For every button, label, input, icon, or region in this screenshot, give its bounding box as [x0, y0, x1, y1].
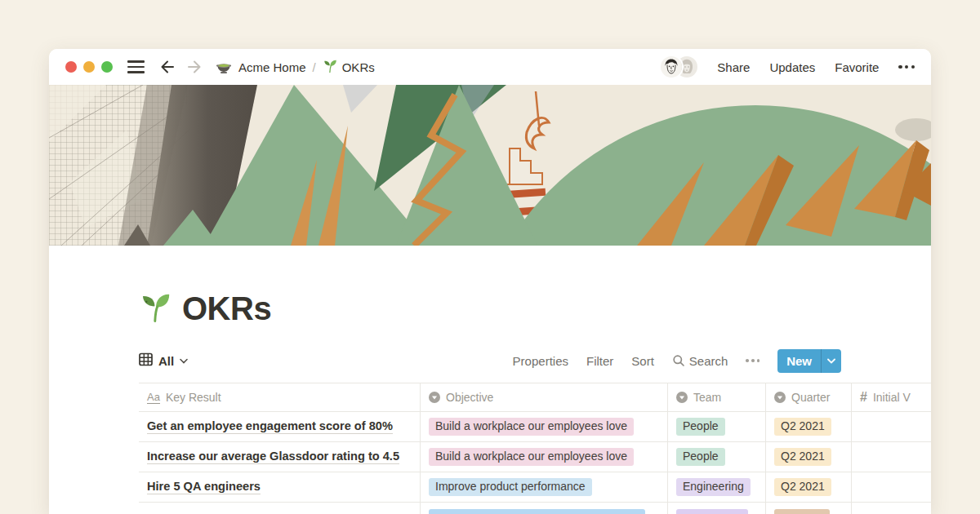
- table-row[interactable]: [139, 503, 931, 514]
- initial-value-cell[interactable]: [852, 503, 931, 514]
- page-title: OKRs: [182, 290, 271, 327]
- back-icon[interactable]: [158, 57, 177, 77]
- favorite-button[interactable]: Favorite: [835, 60, 879, 74]
- new-button[interactable]: New: [777, 349, 841, 373]
- database-toolbar: All Properties Filter Sort Search New: [139, 348, 841, 374]
- column-header-quarter[interactable]: Quarter: [766, 383, 852, 411]
- quarter-tag: Q2 2021: [774, 418, 831, 436]
- column-header-team[interactable]: Team: [668, 383, 766, 411]
- cover-illustration[interactable]: [49, 85, 931, 246]
- objective-cell[interactable]: Build a workplace our employees love: [421, 442, 668, 472]
- view-name: All: [158, 354, 174, 368]
- objective-tag: Build a workplace our employees love: [429, 418, 634, 436]
- team-tag: [676, 509, 748, 514]
- pot-icon: [216, 58, 232, 77]
- collaborator-avatars: [661, 56, 697, 78]
- filter-button[interactable]: Filter: [586, 354, 613, 368]
- column-header-key-result[interactable]: Aa Key Result: [139, 383, 421, 411]
- team-cell[interactable]: People: [668, 412, 766, 441]
- table-row[interactable]: Increase our average Glassdoor rating to…: [139, 442, 931, 472]
- team-cell[interactable]: [668, 503, 766, 514]
- quarter-tag: [774, 509, 830, 514]
- minimize-window-button[interactable]: [83, 61, 95, 73]
- column-header-objective[interactable]: Objective: [421, 383, 668, 411]
- breadcrumb-separator: /: [313, 60, 316, 74]
- quarter-cell[interactable]: Q2 2021: [766, 472, 852, 502]
- search-icon: [672, 354, 685, 367]
- team-cell[interactable]: People: [668, 442, 766, 472]
- updates-button[interactable]: Updates: [769, 60, 815, 74]
- quarter-cell[interactable]: Q2 2021: [766, 442, 852, 472]
- objective-cell[interactable]: [421, 503, 668, 514]
- objective-tag: Build a workplace our employees love: [429, 448, 634, 466]
- chevron-down-icon: [180, 358, 188, 364]
- quarter-cell[interactable]: [766, 503, 852, 514]
- text-property-icon: Aa: [147, 392, 160, 404]
- avatar[interactable]: [661, 56, 682, 78]
- new-button-caret[interactable]: [821, 349, 841, 373]
- share-button[interactable]: Share: [717, 60, 750, 74]
- initial-value-cell[interactable]: [852, 412, 931, 441]
- key-result-cell[interactable]: Increase our average Glassdoor rating to…: [139, 442, 421, 472]
- quarter-tag: Q2 2021: [774, 448, 831, 466]
- objective-tag: Improve product performance: [429, 478, 592, 496]
- zoom-window-button[interactable]: [101, 61, 113, 73]
- seedling-icon: [323, 59, 337, 76]
- page-icon-seedling[interactable]: [139, 291, 172, 327]
- search-button[interactable]: Search: [672, 354, 728, 368]
- forward-icon[interactable]: [185, 57, 204, 77]
- objective-tag: [429, 509, 645, 514]
- key-result-cell[interactable]: Get an employee engagement score of 80%: [139, 412, 421, 441]
- breadcrumb-home[interactable]: Acme Home: [238, 60, 306, 74]
- initial-value-cell[interactable]: [852, 442, 931, 472]
- select-property-icon: [676, 392, 688, 403]
- more-options-icon[interactable]: [898, 65, 915, 69]
- breadcrumb-page[interactable]: OKRs: [323, 59, 375, 76]
- objective-cell[interactable]: Improve product performance: [421, 472, 668, 502]
- objective-cell[interactable]: Build a workplace our employees love: [421, 412, 668, 441]
- number-property-icon: #: [860, 390, 867, 405]
- sidebar-menu-icon[interactable]: [127, 60, 145, 73]
- window-chrome: Acme Home / OKRs: [49, 49, 931, 85]
- select-property-icon: [774, 392, 786, 403]
- properties-button[interactable]: Properties: [513, 354, 568, 368]
- team-tag: People: [676, 418, 725, 436]
- view-options-icon[interactable]: [746, 359, 760, 362]
- team-cell[interactable]: Engineering: [668, 472, 766, 502]
- view-switcher[interactable]: All: [139, 352, 188, 370]
- quarter-cell[interactable]: Q2 2021: [766, 412, 852, 441]
- sort-button[interactable]: Sort: [631, 354, 654, 368]
- table-row[interactable]: Hire 5 QA engineers Improve product perf…: [139, 472, 931, 503]
- quarter-tag: Q2 2021: [774, 478, 831, 496]
- key-result-cell[interactable]: [139, 503, 421, 514]
- table-header-row: Aa Key Result Objective Team Quarter # I…: [139, 383, 931, 412]
- close-window-button[interactable]: [65, 61, 77, 73]
- initial-value-cell[interactable]: [852, 472, 931, 502]
- notion-window: Acme Home / OKRs: [49, 49, 931, 514]
- key-result-cell[interactable]: Hire 5 QA engineers: [139, 472, 421, 502]
- team-tag: Engineering: [676, 478, 751, 496]
- column-header-initial-value[interactable]: # Initial V: [852, 383, 931, 411]
- table-row[interactable]: Get an employee engagement score of 80% …: [139, 412, 931, 442]
- team-tag: People: [676, 448, 725, 466]
- table-view-icon: [139, 352, 153, 370]
- okr-table: Aa Key Result Objective Team Quarter # I…: [139, 383, 931, 514]
- traffic-lights: [65, 61, 113, 73]
- breadcrumb: Acme Home / OKRs: [216, 58, 375, 77]
- select-property-icon: [429, 392, 440, 403]
